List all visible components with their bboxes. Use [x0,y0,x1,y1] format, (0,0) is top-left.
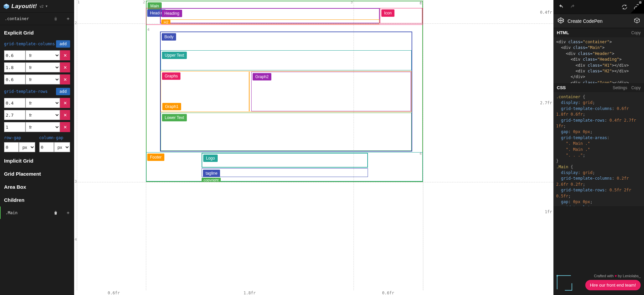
row-label-1: 2.7fr [540,101,552,105]
area-graph1[interactable]: Graph1 [161,72,250,111]
leniolabs-logo-icon [557,275,571,289]
css-settings-button[interactable]: Settings [613,85,627,90]
codepen-icon [557,17,564,25]
row-unit-0[interactable]: fr [25,98,60,108]
grid-template-columns-label: grid-template-columns add [0,39,74,50]
delete-row-0[interactable]: ✕ [60,98,70,108]
column-track-0: fr ✕ [0,50,74,62]
section-explicit-grid[interactable]: Explicit Grid [0,25,74,39]
area-icon[interactable]: Icon [380,8,422,23]
section-grid-placement[interactable]: Grid Placement [0,167,74,180]
chevron-down-icon: ▾ [46,4,48,8]
row-value-1[interactable] [4,110,25,120]
column-gap-value[interactable] [39,142,54,152]
col-label-1: 1.8fr [244,291,256,295]
area-copyright[interactable]: copyright [202,178,296,181]
container-selector-row: .container ＋ [0,13,74,25]
row-unit-1[interactable]: fr [25,110,60,120]
delete-column-0[interactable]: ✕ [60,50,70,60]
cube-icon [634,17,640,24]
row-track-1: fr ✕ [0,110,74,122]
footer-right: Crafted with ♥ by Leniolabs_ Hire our fr… [553,270,644,295]
area-lower-text[interactable]: Lower Text [161,113,412,151]
heart-icon: ♥ [615,274,617,278]
delete-container-button[interactable] [49,13,62,25]
row-value-2[interactable] [4,122,25,132]
column-unit-2[interactable]: fr [25,74,60,84]
column-value-1[interactable] [4,62,25,72]
add-child-button[interactable]: ＋ [62,206,74,219]
add-container-button[interactable]: ＋ [62,13,74,25]
column-track-1: fr ✕ [0,62,74,74]
column-unit-0[interactable]: fr [25,50,60,60]
row-gap-unit[interactable]: px [19,142,35,152]
area-upper-text[interactable]: Upper Text [161,50,412,70]
section-children[interactable]: Children [0,193,74,206]
corner-badge-icon[interactable] [631,0,644,13]
grid-canvas[interactable]: 1 2 3 4 2 3 4 0.6fr 1.8fr 0.6fr 0.4fr 2.… [74,0,553,295]
column-value-0[interactable] [4,50,25,60]
col-label-0: 0.6fr [108,291,120,295]
app-name: Layoutit! [11,3,37,10]
column-gap-label: column-gap [39,134,70,142]
row-track-2: fr ✕ [0,122,74,134]
hire-button[interactable]: Hire our front end team! [585,280,641,290]
area-logo[interactable]: Logo [202,153,368,168]
undo-button[interactable] [556,2,566,12]
add-column-button[interactable]: add [56,40,70,48]
column-gap-unit[interactable]: px [54,142,70,152]
html-panel-header: HTML Copy [553,28,644,37]
redo-button[interactable] [568,2,578,12]
section-area-box[interactable]: Area Box [0,180,74,193]
row-label-2: 1fr [545,210,552,214]
app-logo-row[interactable]: Layoutit! v2 ▾ [0,0,74,13]
copy-html-button[interactable]: Copy [631,31,641,35]
html-code[interactable]: <div class="container"> <div class="Main… [553,37,644,83]
delete-column-1[interactable]: ✕ [60,62,70,72]
row-value-0[interactable] [4,98,25,108]
child-main-row: .Main ＋ [0,206,74,219]
sidebar-left: Layoutit! v2 ▾ .container ＋ Explicit Gri… [0,0,74,295]
row-label-0: 0.4fr [540,10,552,15]
sidebar-right: Create CodePen HTML Copy <div class="con… [553,0,644,295]
container-selector[interactable]: .container [0,16,49,21]
grid-template-rows-label: grid-template-rows add [0,86,74,98]
gap-row: row-gap px column-gap px [0,134,74,154]
column-unit-1[interactable]: fr [25,62,60,72]
refresh-button[interactable] [620,2,629,12]
copy-css-button[interactable]: Copy [631,85,641,90]
area-h2[interactable]: H2 [161,19,379,24]
col-label-2: 0.6fr [382,291,394,295]
area-tagline[interactable]: tagline [202,168,368,177]
css-code[interactable]: .container { display: grid; grid-templat… [553,92,644,206]
column-value-2[interactable] [4,74,25,84]
delete-row-2[interactable]: ✕ [60,122,70,132]
create-codepen-button[interactable]: Create CodePen [553,14,644,28]
app-version: v2 [40,4,44,8]
row-gap-label: row-gap [4,134,35,142]
child-main-selector[interactable]: .Main [1,211,49,215]
row-unit-2[interactable]: fr [25,122,60,132]
column-track-2: fr ✕ [0,74,74,86]
logo-cube-icon [3,3,9,9]
row-track-0: fr ✕ [0,98,74,110]
area-graph2[interactable]: Graph2 [251,72,411,111]
row-gap-value[interactable] [4,142,19,152]
add-row-button[interactable]: add [56,88,70,95]
css-panel-header: CSS SettingsCopy [553,83,644,92]
delete-row-1[interactable]: ✕ [60,110,70,120]
delete-column-2[interactable]: ✕ [60,74,70,84]
section-implicit-grid[interactable]: Implicit Grid [0,154,74,167]
delete-child-button[interactable] [49,206,62,219]
